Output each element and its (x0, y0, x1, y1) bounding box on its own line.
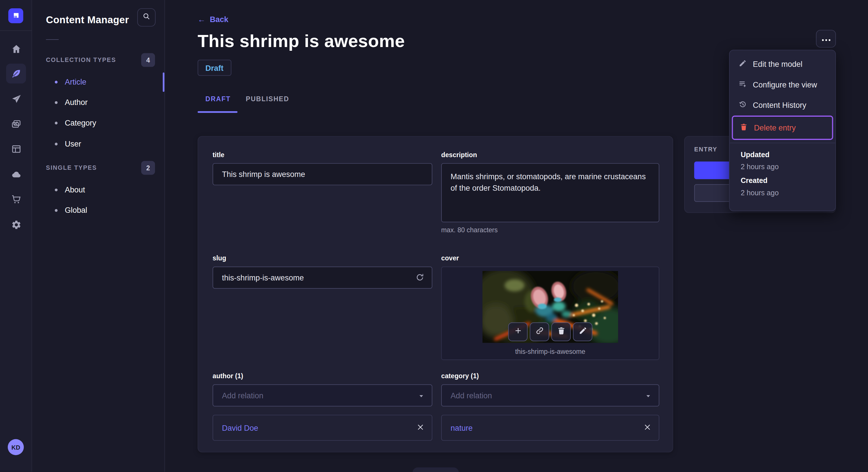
content-manager-sidebar: Content Manager COLLECTION TYPES 4 Artic… (32, 0, 165, 472)
send-icon[interactable] (6, 89, 26, 109)
add-media-button[interactable] (508, 322, 528, 341)
page-title: This shrimp is awesome (197, 31, 405, 51)
bullet-icon (55, 189, 58, 191)
relation-link[interactable]: David Doe (222, 423, 258, 432)
edit-media-button[interactable] (573, 322, 592, 341)
more-actions-button[interactable] (816, 30, 836, 47)
pencil-icon (739, 59, 747, 69)
remove-relation-button[interactable] (643, 423, 652, 434)
chevron-down-icon (644, 392, 652, 401)
description-textarea[interactable]: Mantis shrimps, or stomatopods, are mari… (441, 163, 659, 222)
sidebar-item-global[interactable]: Global (55, 206, 87, 214)
menu-item-edit-model[interactable]: Edit the model (730, 54, 835, 74)
description-hint: max. 80 characters (441, 226, 659, 234)
field-category: category (1) Add relation nature (441, 372, 659, 441)
category-relation-combobox[interactable]: Add relation (441, 384, 659, 406)
rail-divider (0, 30, 32, 31)
menu-divider (730, 143, 835, 143)
field-author: author (1) Add relation David Doe (213, 372, 433, 441)
sidebar-item-user[interactable]: User (55, 139, 81, 148)
field-title: title (213, 151, 433, 234)
feather-icon[interactable] (6, 64, 26, 83)
more-actions-menu: Edit the model Configure the view Conten… (729, 50, 836, 211)
sidebar-item-category[interactable]: Category (55, 119, 96, 127)
created-label: Created (741, 176, 824, 185)
copy-link-button[interactable] (530, 322, 549, 341)
field-slug: slug (213, 255, 433, 360)
sidebar-item-article[interactable]: Article (55, 77, 86, 86)
section-single-types: SINGLE TYPES (46, 164, 97, 171)
refresh-icon[interactable] (415, 273, 425, 284)
combobox-placeholder: Add relation (222, 391, 263, 400)
entry-meta: Updated 2 hours ago Created 2 hours ago (730, 150, 835, 197)
delete-media-button[interactable] (551, 322, 571, 341)
back-arrow-icon: ← (197, 15, 205, 24)
ellipsis-icon (821, 34, 831, 44)
sidebar-title: Content Manager (46, 14, 129, 26)
updated-value: 2 hours ago (741, 163, 824, 171)
link-icon (535, 326, 544, 338)
cover-filename: this-shrimp-is-awesome (442, 348, 659, 356)
trash-icon (740, 123, 748, 133)
icon-rail: KD (0, 0, 32, 472)
updated-label: Updated (741, 150, 824, 159)
delete-entry-focus-ring: Delete entry (732, 115, 833, 140)
search-icon (143, 12, 151, 23)
created-value: 2 hours ago (741, 189, 824, 197)
field-description: description Mantis shrimps, or stomatopo… (441, 151, 659, 234)
status-badge: Draft (197, 60, 231, 76)
author-relation-item: David Doe (213, 415, 433, 441)
field-cover: cover (441, 255, 659, 360)
collection-types-count: 4 (141, 53, 155, 67)
gear-icon[interactable] (6, 214, 26, 234)
home-icon[interactable] (6, 39, 26, 59)
active-item-indicator (163, 72, 164, 92)
trash-icon (557, 326, 565, 338)
layout-icon[interactable] (6, 139, 26, 159)
scroll-pill (412, 467, 459, 472)
pencil-icon (578, 326, 587, 338)
bullet-icon (55, 142, 58, 145)
sidebar-rule (46, 39, 59, 40)
title-input[interactable] (213, 164, 432, 185)
chevron-down-icon (417, 392, 425, 401)
menu-item-configure-view[interactable]: Configure the view (730, 74, 835, 94)
author-relation-combobox[interactable]: Add relation (213, 384, 433, 406)
cover-actions (508, 322, 592, 341)
bullet-icon (55, 209, 58, 212)
tab-published[interactable]: PUBLISHED (246, 95, 289, 103)
remove-relation-button[interactable] (415, 423, 425, 434)
category-label: category (1) (441, 372, 659, 380)
strapi-logo-icon[interactable] (8, 8, 23, 23)
plus-icon (514, 326, 522, 338)
bullet-icon (55, 121, 58, 124)
description-label: description (441, 151, 659, 159)
media-icon[interactable] (6, 114, 26, 134)
title-label: title (213, 151, 433, 159)
sidebar-item-author[interactable]: Author (55, 98, 88, 107)
menu-item-delete-entry[interactable]: Delete entry (733, 117, 832, 139)
cart-icon[interactable] (6, 189, 26, 209)
single-types-count: 2 (141, 161, 155, 175)
active-tab-indicator (197, 111, 237, 113)
cover-media-box: this-shrimp-is-awesome (441, 267, 659, 360)
tab-draft[interactable]: DRAFT (205, 95, 230, 103)
entry-form-card: title description Mantis shrimps, or sto… (197, 136, 673, 452)
cloud-icon[interactable] (6, 164, 26, 184)
sidebar-item-about[interactable]: About (55, 185, 85, 194)
bullet-icon (55, 80, 58, 83)
user-avatar[interactable]: KD (8, 439, 24, 455)
relation-link[interactable]: nature (451, 423, 473, 432)
category-relation-item: nature (441, 415, 659, 441)
section-collection-types: COLLECTION TYPES (46, 57, 116, 63)
cover-label: cover (441, 255, 659, 262)
slug-input[interactable] (213, 267, 432, 288)
back-link[interactable]: ← Back (197, 15, 228, 24)
menu-item-content-history[interactable]: Content History (730, 95, 835, 115)
bullet-icon (55, 101, 58, 104)
list-plus-icon (739, 79, 747, 90)
app-window: KD Content Manager COLLECTION TYPES 4 Ar… (0, 0, 868, 472)
search-button[interactable] (137, 8, 156, 27)
combobox-placeholder: Add relation (451, 391, 492, 400)
author-label: author (1) (213, 372, 433, 380)
